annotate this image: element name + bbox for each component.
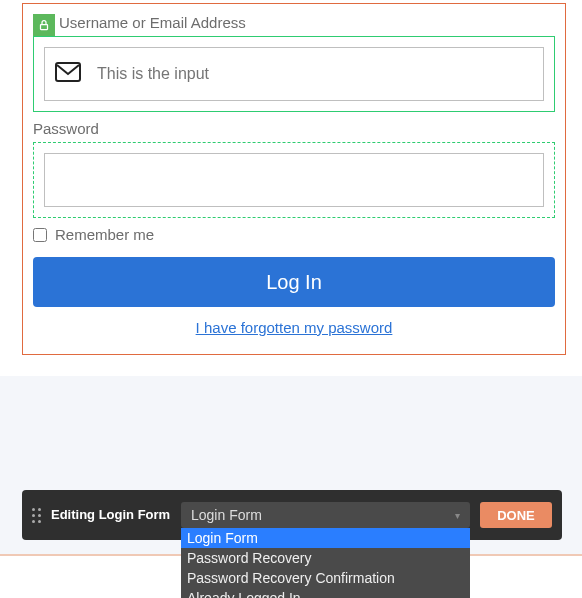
drag-handle-icon[interactable] bbox=[32, 508, 41, 523]
envelope-icon bbox=[55, 62, 81, 86]
password-field-wrap bbox=[33, 142, 555, 218]
select-box[interactable]: Login Form ▾ bbox=[181, 502, 470, 528]
remember-checkbox[interactable] bbox=[33, 228, 47, 242]
dropdown-option[interactable]: Password Recovery Confirmation bbox=[181, 568, 470, 588]
select-dropdown: Login Form Password Recovery Password Re… bbox=[181, 528, 470, 598]
forgot-password-link[interactable]: I have forgotten my password bbox=[33, 319, 555, 336]
remember-row: Remember me bbox=[33, 226, 555, 243]
login-form-card: Username or Email Address Password Remem… bbox=[22, 3, 566, 355]
dropdown-option[interactable]: Already Logged In bbox=[181, 588, 470, 598]
lock-icon bbox=[33, 14, 55, 36]
login-button[interactable]: Log In bbox=[33, 257, 555, 307]
password-input-row bbox=[44, 153, 544, 207]
password-label: Password bbox=[33, 120, 555, 137]
chevron-down-icon: ▾ bbox=[455, 510, 460, 521]
select-value: Login Form bbox=[191, 507, 262, 523]
dropdown-option[interactable]: Login Form bbox=[181, 528, 470, 548]
username-input-row bbox=[44, 47, 544, 101]
dropdown-option[interactable]: Password Recovery bbox=[181, 548, 470, 568]
username-field-wrap bbox=[33, 36, 555, 112]
form-state-select: Login Form ▾ Login Form Password Recover… bbox=[181, 502, 470, 528]
password-input[interactable] bbox=[55, 171, 533, 189]
editor-title: Editing Login Form bbox=[51, 507, 171, 523]
remember-label: Remember me bbox=[55, 226, 154, 243]
done-button[interactable]: DONE bbox=[480, 502, 552, 528]
editor-bar: Editing Login Form Login Form ▾ Login Fo… bbox=[22, 490, 562, 540]
svg-rect-0 bbox=[41, 25, 48, 30]
username-label: Username or Email Address bbox=[33, 14, 555, 31]
username-input[interactable] bbox=[97, 65, 533, 83]
svg-rect-1 bbox=[56, 63, 80, 81]
